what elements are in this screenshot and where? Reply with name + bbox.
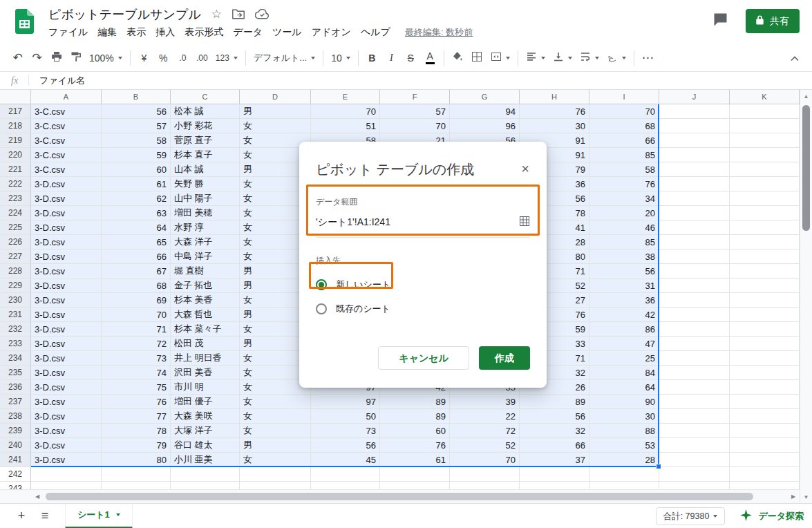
cell-B239[interactable]: 78 (102, 424, 171, 438)
cell-G217[interactable]: 94 (450, 104, 520, 119)
doc-title[interactable]: ピボットテーブルサンプル (48, 6, 201, 23)
cell-I242[interactable] (589, 467, 659, 482)
zoom-select[interactable]: 100% (86, 48, 126, 68)
cell-A240[interactable]: 3-D.csv (31, 438, 102, 453)
undo-button[interactable]: ↶ (8, 48, 27, 68)
share-button[interactable]: 共有 (746, 9, 800, 33)
col-header-D[interactable]: D (240, 90, 311, 104)
cell-K223[interactable] (730, 191, 800, 206)
scroll-right-arrow[interactable]: ▶ (787, 490, 800, 503)
vertical-scrollbar-thumb[interactable] (802, 105, 810, 231)
cell-K237[interactable] (730, 395, 800, 409)
col-header-K[interactable]: K (730, 90, 800, 104)
cell-C228[interactable]: 堀 直樹 (171, 264, 240, 279)
cell-J228[interactable] (659, 264, 730, 279)
col-header-H[interactable]: H (520, 90, 589, 104)
cell-I225[interactable]: 46 (589, 220, 659, 235)
cell-G237[interactable]: 39 (450, 395, 520, 409)
cell-K240[interactable] (730, 438, 800, 453)
cell-A235[interactable]: 3-D.csv (31, 366, 102, 380)
cell-B236[interactable]: 75 (102, 380, 171, 395)
horizontal-scrollbar-thumb[interactable] (46, 493, 753, 500)
text-color-button[interactable]: A (421, 48, 440, 68)
row-header-235[interactable]: 235 (0, 366, 31, 380)
cell-K217[interactable] (730, 104, 800, 119)
cell-F218[interactable]: 70 (380, 119, 450, 133)
cell-C240[interactable]: 谷口 雄太 (171, 438, 240, 453)
cell-B223[interactable]: 62 (102, 191, 171, 206)
cell-F238[interactable]: 89 (380, 409, 450, 424)
grid-corner-select-all[interactable] (0, 90, 31, 104)
cell-G240[interactable]: 52 (450, 438, 520, 453)
increase-decimal-button[interactable]: .00 (193, 48, 211, 68)
cell-B238[interactable]: 77 (102, 409, 171, 424)
text-wrap-button[interactable] (576, 48, 603, 68)
row-header-220[interactable]: 220 (0, 148, 31, 162)
cell-K229[interactable] (730, 279, 800, 293)
cell-E241[interactable]: 45 (311, 453, 380, 467)
select-range-grid-icon[interactable] (519, 216, 530, 229)
cell-K221[interactable] (730, 162, 800, 177)
data-range-field[interactable]: 'シート1'!A1:I241 (316, 216, 530, 238)
cell-C234[interactable]: 井上 明日香 (171, 351, 240, 366)
cell-J240[interactable] (659, 438, 730, 453)
cell-J229[interactable] (659, 279, 730, 293)
cell-B235[interactable]: 74 (102, 366, 171, 380)
scroll-down-arrow[interactable]: ▼ (800, 491, 812, 503)
cell-C241[interactable]: 小川 亜美 (171, 453, 240, 467)
cell-J236[interactable] (659, 380, 730, 395)
redo-button[interactable]: ↷ (28, 48, 46, 68)
cell-E240[interactable]: 56 (311, 438, 380, 453)
all-sheets-button[interactable]: ≡ (33, 504, 57, 528)
cell-J225[interactable] (659, 220, 730, 235)
cell-F217[interactable]: 57 (380, 104, 450, 119)
col-header-B[interactable]: B (102, 90, 171, 104)
cell-A237[interactable]: 3-D.csv (31, 395, 102, 409)
cell-C219[interactable]: 菅原 直子 (171, 133, 240, 148)
cell-C235[interactable]: 沢田 美香 (171, 366, 240, 380)
cell-A231[interactable]: 3-D.csv (31, 308, 102, 322)
cell-J241[interactable] (659, 453, 730, 467)
cell-C224[interactable]: 増田 美穂 (171, 206, 240, 220)
cell-J239[interactable] (659, 424, 730, 438)
cell-H217[interactable]: 76 (520, 104, 589, 119)
cell-J220[interactable] (659, 148, 730, 162)
cell-I224[interactable]: 20 (589, 206, 659, 220)
cell-C226[interactable]: 大森 洋子 (171, 235, 240, 249)
cell-A220[interactable]: 3-C.csv (31, 148, 102, 162)
row-header-242[interactable]: 242 (0, 467, 31, 482)
cell-B228[interactable]: 67 (102, 264, 171, 279)
cell-B220[interactable]: 59 (102, 148, 171, 162)
cell-F242[interactable] (380, 467, 450, 482)
cell-B217[interactable]: 56 (102, 104, 171, 119)
cell-H243[interactable] (520, 482, 589, 489)
cell-C233[interactable]: 松田 茂 (171, 337, 240, 351)
cell-G241[interactable]: 70 (450, 453, 520, 467)
cell-I231[interactable]: 42 (589, 308, 659, 322)
cell-G238[interactable]: 22 (450, 409, 520, 424)
cell-B230[interactable]: 69 (102, 293, 171, 308)
cell-K231[interactable] (730, 308, 800, 322)
cell-H218[interactable]: 30 (520, 119, 589, 133)
radio-option-1[interactable]: 新しいシート (316, 279, 530, 291)
vertical-scrollbar[interactable]: ▲ ▼ (800, 90, 812, 503)
cell-A217[interactable]: 3-C.csv (31, 104, 102, 119)
cell-C227[interactable]: 中島 洋子 (171, 249, 240, 264)
cell-I222[interactable]: 76 (589, 177, 659, 191)
cell-H237[interactable]: 89 (520, 395, 589, 409)
cell-D242[interactable] (240, 467, 311, 482)
print-button[interactable] (47, 48, 66, 68)
cell-B226[interactable]: 65 (102, 235, 171, 249)
merge-cells-button[interactable] (487, 48, 513, 68)
cell-I233[interactable]: 47 (589, 337, 659, 351)
cell-I221[interactable]: 58 (589, 162, 659, 177)
sum-summary-dropdown[interactable]: 合計: 79380 (656, 507, 726, 525)
radio-selected-icon[interactable] (316, 279, 327, 290)
cell-A226[interactable]: 3-D.csv (31, 235, 102, 249)
row-header-241[interactable]: 241 (0, 453, 31, 467)
cell-A242[interactable] (31, 467, 102, 482)
cell-I238[interactable]: 30 (589, 409, 659, 424)
cell-I219[interactable]: 66 (589, 133, 659, 148)
cell-E217[interactable]: 70 (311, 104, 380, 119)
close-icon[interactable]: × (516, 160, 534, 178)
